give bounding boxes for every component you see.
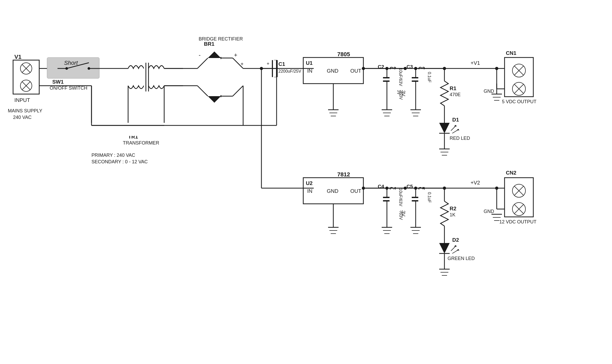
svg-text:GND: GND bbox=[327, 68, 338, 74]
svg-text:BRIDGE RECTIFIER: BRIDGE RECTIFIER bbox=[199, 36, 243, 42]
svg-text:SECONDARY : 0 - 12 VAC: SECONDARY : 0 - 12 VAC bbox=[91, 159, 148, 164]
svg-text:12 VDC OUTPUT: 12 VDC OUTPUT bbox=[499, 219, 536, 224]
svg-text:+: + bbox=[267, 61, 270, 66]
svg-marker-199 bbox=[454, 245, 457, 247]
svg-text:10uF/63V: 10uF/63V bbox=[398, 68, 403, 86]
svg-text:470E: 470E bbox=[450, 92, 461, 97]
svg-text:BR1: BR1 bbox=[204, 41, 214, 47]
svg-marker-200 bbox=[457, 249, 459, 251]
svg-text:7812: 7812 bbox=[337, 171, 350, 178]
schematic-canvas: V1 INPUT MAINS SUPPLY 240 VAC Short SW1 … bbox=[0, 0, 612, 364]
svg-text:TRANSFORMER: TRANSFORMER bbox=[123, 140, 159, 146]
svg-text:OUT: OUT bbox=[350, 68, 361, 74]
svg-text:+V1: +V1 bbox=[471, 60, 480, 66]
svg-text:GND: GND bbox=[327, 188, 338, 194]
svg-point-270 bbox=[362, 187, 365, 190]
svg-text:U2: U2 bbox=[306, 180, 313, 186]
svg-point-266 bbox=[443, 67, 446, 70]
svg-text:U1: U1 bbox=[306, 60, 313, 66]
svg-text:C2: C2 bbox=[378, 64, 384, 70]
svg-text:+: + bbox=[241, 61, 244, 67]
svg-text:OUT: OUT bbox=[350, 188, 361, 194]
svg-point-272 bbox=[495, 187, 498, 190]
svg-point-267 bbox=[404, 187, 407, 190]
svg-text:IN: IN bbox=[307, 188, 312, 194]
svg-text:SW1: SW1 bbox=[52, 79, 64, 85]
svg-rect-64 bbox=[183, 39, 261, 118]
svg-text:C5: C5 bbox=[407, 184, 413, 189]
svg-text:RED LED: RED LED bbox=[450, 136, 470, 141]
svg-text:R2: R2 bbox=[450, 206, 456, 211]
svg-text:CN2: CN2 bbox=[506, 170, 516, 176]
svg-text:240 VAC: 240 VAC bbox=[13, 115, 32, 120]
svg-point-269 bbox=[362, 67, 365, 70]
svg-text:+V2: +V2 bbox=[471, 180, 480, 186]
svg-text:+: + bbox=[234, 52, 237, 58]
svg-text:C1: C1 bbox=[278, 61, 285, 67]
svg-text:2200uF/25V: 2200uF/25V bbox=[278, 69, 301, 73]
svg-text:CN1: CN1 bbox=[506, 50, 516, 56]
svg-text:0.1uF: 0.1uF bbox=[427, 72, 432, 83]
svg-point-265 bbox=[404, 67, 407, 70]
svg-marker-176 bbox=[439, 123, 450, 133]
svg-text:GND: GND bbox=[484, 209, 494, 214]
svg-text:10uF/63V: 10uF/63V bbox=[398, 188, 403, 206]
svg-marker-195 bbox=[439, 243, 450, 253]
svg-text:V1: V1 bbox=[14, 54, 21, 60]
svg-point-271 bbox=[495, 67, 498, 70]
svg-text:1K: 1K bbox=[450, 212, 455, 217]
svg-text:C4: C4 bbox=[378, 184, 384, 189]
svg-text:-: - bbox=[199, 52, 201, 58]
svg-text:5 VDC OUTPUT: 5 VDC OUTPUT bbox=[502, 99, 536, 104]
svg-text:D1: D1 bbox=[452, 117, 459, 123]
svg-text:7805: 7805 bbox=[337, 51, 350, 57]
svg-text:PRIMARY : 240 VAC: PRIMARY : 240 VAC bbox=[91, 153, 135, 158]
svg-text:C3: C3 bbox=[407, 64, 413, 70]
svg-marker-180 bbox=[454, 125, 457, 126]
svg-text:Short: Short bbox=[64, 60, 78, 66]
svg-text:GREEN LED: GREEN LED bbox=[448, 256, 475, 261]
svg-point-268 bbox=[443, 187, 446, 190]
svg-marker-181 bbox=[457, 129, 459, 130]
svg-text:MAINS SUPPLY: MAINS SUPPLY bbox=[8, 108, 42, 113]
svg-text:INPUT: INPUT bbox=[14, 97, 30, 103]
svg-text:ON/OFF SWITCH: ON/OFF SWITCH bbox=[50, 85, 87, 91]
svg-text:R1: R1 bbox=[450, 85, 456, 91]
svg-text:GND: GND bbox=[484, 89, 494, 94]
svg-text:0.1uF: 0.1uF bbox=[427, 192, 432, 203]
svg-text:D2: D2 bbox=[452, 237, 459, 243]
